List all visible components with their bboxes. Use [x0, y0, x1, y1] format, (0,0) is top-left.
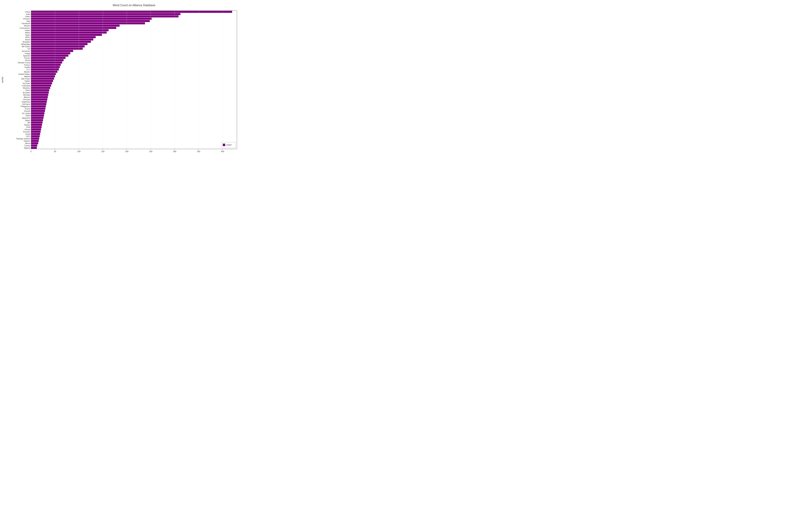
y-tick-label: São Paulo: [21, 78, 30, 80]
x-tick-label: 100: [77, 150, 80, 152]
bar: [31, 128, 41, 131]
bar: [31, 71, 57, 73]
x-tick-label: 50: [54, 150, 56, 152]
y-tick-label: Image: [25, 52, 30, 54]
bar: [31, 66, 60, 68]
bar: [31, 57, 65, 59]
bar: [31, 138, 39, 140]
bar: [31, 82, 52, 84]
y-tick-label: Indian: [25, 29, 30, 32]
bar: [31, 121, 42, 124]
y-tick-label: YouTube: [22, 82, 30, 84]
y-tick-label: Sri Lanka: [22, 112, 30, 114]
y-tick-label: Japanese: [22, 117, 30, 119]
bar: [31, 98, 48, 100]
bar: [31, 142, 38, 144]
bar: [31, 105, 46, 108]
y-tick-label: Muslim: [24, 71, 30, 73]
y-tick-label: Bill Gates: [22, 45, 30, 48]
bar: [31, 50, 73, 52]
bar: [31, 25, 120, 27]
bar: [31, 87, 50, 89]
bar: [31, 11, 232, 13]
bar: [31, 135, 40, 137]
y-tick-label: Russian: [23, 131, 30, 133]
bar: [31, 101, 47, 103]
bar: [31, 96, 48, 98]
bar: [31, 108, 45, 110]
y-tick-label: Twitter: [24, 80, 30, 82]
y-tick-label: Chinese: [23, 18, 30, 20]
chart-container: Word Count on Alliance DatabasewordsChin…: [0, 0, 242, 159]
x-tick-label: 250: [149, 150, 152, 152]
y-tick-label: Turkey: [24, 145, 30, 147]
bar: [31, 52, 70, 54]
x-tick-label: 150: [101, 150, 104, 152]
y-tick-label: United States: [18, 73, 30, 75]
y-tick-label: US: [27, 48, 30, 50]
bar: [31, 38, 93, 41]
y-tick-label: WHO: [25, 36, 30, 38]
y-tick-label: USA: [26, 126, 30, 128]
bar: [31, 59, 64, 61]
bar: [31, 92, 49, 94]
y-tick-label: Brazil: [25, 38, 30, 41]
y-tick-label: American: [22, 50, 30, 52]
y-tick-label: Muslims: [23, 87, 30, 89]
bar: [31, 131, 41, 133]
x-tick-label: 0: [31, 150, 32, 152]
bar: [31, 117, 43, 119]
y-tick-label: Video: [25, 15, 30, 18]
bar: [31, 80, 53, 82]
x-tick-label: 300: [173, 150, 176, 152]
bar: [31, 13, 180, 15]
bar: [31, 124, 42, 126]
y-tick-label: Argentina: [22, 101, 30, 103]
bar: [31, 18, 152, 20]
y-tick-label: Japan: [25, 119, 30, 121]
bar: [31, 55, 69, 57]
bar: [31, 48, 83, 50]
bar: [31, 133, 40, 135]
bar: [31, 27, 116, 29]
bar: [31, 73, 56, 75]
y-tick-label: France: [24, 64, 30, 66]
y-tick-label: Philippines: [21, 105, 30, 108]
y-tick-label: CDC: [26, 135, 30, 137]
y-tick-label: U.S.: [26, 69, 30, 71]
y-tick-label: Photo: [25, 59, 30, 61]
y-tick-label: Nigeria: [24, 147, 30, 149]
y-tick-label: Madrid: [24, 75, 30, 77]
bar: [31, 126, 41, 128]
bar: [31, 41, 91, 43]
y-tick-label: China: [25, 11, 30, 13]
y-tick-label: Colombia: [22, 84, 30, 87]
y-tick-label: Africa: [25, 142, 30, 144]
y-tick-label: Facebook: [22, 22, 30, 24]
bar: [31, 32, 107, 34]
bar: [31, 112, 44, 114]
y-tick-label: Bill: [27, 121, 30, 124]
y-tick-label: Rodrigo Duterte: [16, 138, 30, 140]
bar: [31, 36, 96, 38]
bar: [31, 75, 55, 77]
y-tick-label: Wuhan: [24, 25, 30, 27]
x-tick-label: 400: [221, 150, 224, 152]
bar: [31, 89, 49, 91]
bar: [31, 61, 62, 64]
bar: [31, 84, 51, 87]
y-tick-label: WhatsApp: [21, 43, 30, 45]
y-tick-label: Taiwan: [24, 124, 30, 126]
bar: [31, 119, 43, 121]
y-tick-label: Delhi: [26, 115, 30, 117]
y-tick-label: Mumbai: [23, 94, 30, 96]
x-tick-label: 200: [125, 150, 128, 152]
y-tick-label: Germany: [22, 103, 30, 105]
bar: [31, 140, 39, 142]
bar: [31, 147, 37, 149]
y-tick-label: French: [24, 57, 30, 59]
y-tick-label: Donald Trump: [18, 61, 30, 64]
bar: [31, 43, 88, 45]
y-tick-label: Trump: [25, 108, 30, 110]
bar: [31, 145, 37, 147]
